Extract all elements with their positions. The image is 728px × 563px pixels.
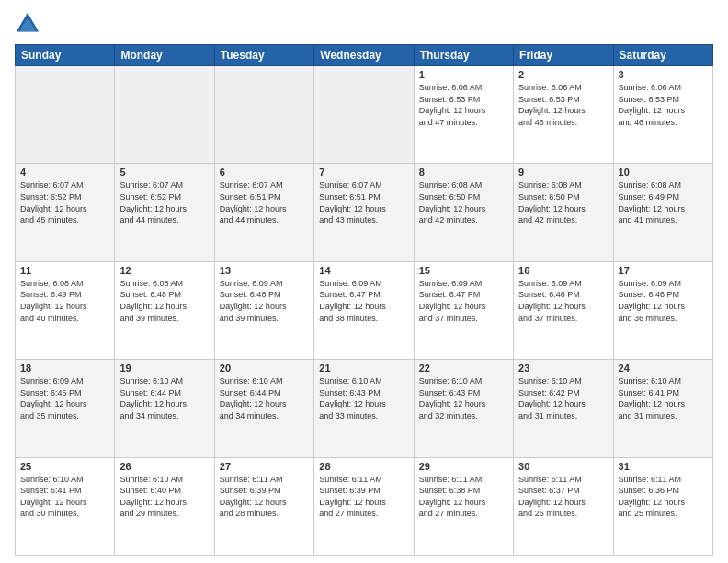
day-info: Sunrise: 6:07 AM Sunset: 6:52 PM Dayligh… (119, 179, 209, 225)
calendar-cell: 20Sunrise: 6:10 AM Sunset: 6:44 PM Dayli… (214, 360, 313, 457)
day-info: Sunrise: 6:09 AM Sunset: 6:47 PM Dayligh… (419, 278, 508, 324)
calendar-week-5: 25Sunrise: 6:10 AM Sunset: 6:41 PM Dayli… (16, 457, 713, 555)
day-info: Sunrise: 6:11 AM Sunset: 6:37 PM Dayligh… (518, 474, 608, 520)
day-info: Sunrise: 6:10 AM Sunset: 6:43 PM Dayligh… (319, 375, 408, 421)
day-number: 27 (220, 461, 309, 472)
calendar-cell: 19Sunrise: 6:10 AM Sunset: 6:44 PM Dayli… (115, 360, 214, 457)
day-info: Sunrise: 6:06 AM Sunset: 6:53 PM Dayligh… (619, 82, 708, 128)
day-info: Sunrise: 6:10 AM Sunset: 6:42 PM Dayligh… (518, 375, 608, 421)
calendar-cell: 4Sunrise: 6:07 AM Sunset: 6:52 PM Daylig… (16, 164, 115, 261)
header (15, 11, 713, 37)
calendar-cell: 1Sunrise: 6:06 AM Sunset: 6:53 PM Daylig… (414, 66, 513, 164)
day-number: 17 (619, 265, 708, 276)
day-number: 25 (20, 461, 109, 472)
calendar-cell (214, 66, 313, 164)
logo (15, 11, 44, 37)
calendar-cell: 2Sunrise: 6:06 AM Sunset: 6:53 PM Daylig… (514, 66, 613, 164)
day-info: Sunrise: 6:10 AM Sunset: 6:43 PM Dayligh… (419, 375, 508, 421)
calendar-cell: 25Sunrise: 6:10 AM Sunset: 6:41 PM Dayli… (16, 457, 115, 555)
day-number: 22 (419, 362, 508, 373)
day-number: 20 (220, 362, 309, 373)
calendar-cell: 17Sunrise: 6:09 AM Sunset: 6:46 PM Dayli… (613, 261, 712, 359)
calendar-week-3: 11Sunrise: 6:08 AM Sunset: 6:49 PM Dayli… (16, 261, 713, 359)
day-info: Sunrise: 6:11 AM Sunset: 6:38 PM Dayligh… (419, 474, 508, 520)
day-number: 2 (518, 69, 608, 80)
day-info: Sunrise: 6:10 AM Sunset: 6:41 PM Dayligh… (619, 375, 708, 421)
day-number: 5 (119, 167, 209, 178)
calendar-cell (115, 66, 214, 164)
day-number: 18 (20, 362, 109, 373)
day-info: Sunrise: 6:06 AM Sunset: 6:53 PM Dayligh… (518, 82, 608, 128)
day-number: 19 (119, 362, 209, 373)
day-info: Sunrise: 6:10 AM Sunset: 6:44 PM Dayligh… (119, 375, 209, 421)
calendar-cell: 14Sunrise: 6:09 AM Sunset: 6:47 PM Dayli… (314, 261, 414, 359)
day-number: 9 (518, 167, 608, 178)
calendar-cell: 12Sunrise: 6:08 AM Sunset: 6:48 PM Dayli… (115, 261, 214, 359)
day-info: Sunrise: 6:07 AM Sunset: 6:51 PM Dayligh… (220, 179, 309, 225)
day-number: 6 (220, 167, 309, 178)
day-info: Sunrise: 6:07 AM Sunset: 6:51 PM Dayligh… (319, 179, 408, 225)
day-info: Sunrise: 6:09 AM Sunset: 6:48 PM Dayligh… (220, 278, 309, 324)
calendar-cell: 21Sunrise: 6:10 AM Sunset: 6:43 PM Dayli… (314, 360, 414, 457)
calendar-cell: 9Sunrise: 6:08 AM Sunset: 6:50 PM Daylig… (514, 164, 613, 261)
day-number: 8 (419, 167, 508, 178)
calendar-cell: 27Sunrise: 6:11 AM Sunset: 6:39 PM Dayli… (214, 457, 313, 555)
calendar-cell (16, 66, 115, 164)
day-info: Sunrise: 6:08 AM Sunset: 6:49 PM Dayligh… (619, 179, 708, 225)
day-number: 4 (20, 167, 109, 178)
day-info: Sunrise: 6:08 AM Sunset: 6:49 PM Dayligh… (20, 278, 109, 324)
day-number: 21 (319, 362, 408, 373)
day-info: Sunrise: 6:07 AM Sunset: 6:52 PM Dayligh… (20, 179, 109, 225)
calendar-cell: 11Sunrise: 6:08 AM Sunset: 6:49 PM Dayli… (16, 261, 115, 359)
day-info: Sunrise: 6:09 AM Sunset: 6:46 PM Dayligh… (619, 278, 708, 324)
day-number: 24 (619, 362, 708, 373)
calendar-cell: 26Sunrise: 6:10 AM Sunset: 6:40 PM Dayli… (115, 457, 214, 555)
calendar-cell (314, 66, 414, 164)
day-info: Sunrise: 6:08 AM Sunset: 6:48 PM Dayligh… (119, 278, 209, 324)
day-number: 7 (319, 167, 408, 178)
calendar-header-wednesday: Wednesday (314, 45, 414, 66)
day-info: Sunrise: 6:11 AM Sunset: 6:36 PM Dayligh… (619, 474, 708, 520)
calendar-header-row: SundayMondayTuesdayWednesdayThursdayFrid… (16, 45, 713, 66)
day-number: 11 (20, 265, 109, 276)
calendar-cell: 22Sunrise: 6:10 AM Sunset: 6:43 PM Dayli… (414, 360, 513, 457)
calendar-cell: 24Sunrise: 6:10 AM Sunset: 6:41 PM Dayli… (613, 360, 712, 457)
day-number: 15 (419, 265, 508, 276)
day-number: 28 (319, 461, 408, 472)
day-number: 26 (119, 461, 209, 472)
calendar-week-4: 18Sunrise: 6:09 AM Sunset: 6:45 PM Dayli… (16, 360, 713, 457)
day-info: Sunrise: 6:08 AM Sunset: 6:50 PM Dayligh… (518, 179, 608, 225)
calendar-week-1: 1Sunrise: 6:06 AM Sunset: 6:53 PM Daylig… (16, 66, 713, 164)
calendar-cell: 13Sunrise: 6:09 AM Sunset: 6:48 PM Dayli… (214, 261, 313, 359)
calendar-cell: 5Sunrise: 6:07 AM Sunset: 6:52 PM Daylig… (115, 164, 214, 261)
day-number: 10 (619, 167, 708, 178)
calendar-cell: 8Sunrise: 6:08 AM Sunset: 6:50 PM Daylig… (414, 164, 513, 261)
day-number: 30 (518, 461, 608, 472)
calendar-cell: 10Sunrise: 6:08 AM Sunset: 6:49 PM Dayli… (613, 164, 712, 261)
calendar-cell: 15Sunrise: 6:09 AM Sunset: 6:47 PM Dayli… (414, 261, 513, 359)
calendar-header-saturday: Saturday (613, 45, 712, 66)
calendar-cell: 29Sunrise: 6:11 AM Sunset: 6:38 PM Dayli… (414, 457, 513, 555)
calendar-cell: 23Sunrise: 6:10 AM Sunset: 6:42 PM Dayli… (514, 360, 613, 457)
day-number: 1 (419, 69, 508, 80)
day-number: 29 (419, 461, 508, 472)
calendar-cell: 6Sunrise: 6:07 AM Sunset: 6:51 PM Daylig… (214, 164, 313, 261)
calendar-week-2: 4Sunrise: 6:07 AM Sunset: 6:52 PM Daylig… (16, 164, 713, 261)
day-number: 12 (119, 265, 209, 276)
page: SundayMondayTuesdayWednesdayThursdayFrid… (0, 0, 728, 563)
day-info: Sunrise: 6:08 AM Sunset: 6:50 PM Dayligh… (419, 179, 508, 225)
calendar-cell: 16Sunrise: 6:09 AM Sunset: 6:46 PM Dayli… (514, 261, 613, 359)
day-info: Sunrise: 6:10 AM Sunset: 6:41 PM Dayligh… (20, 474, 109, 520)
calendar-header-sunday: Sunday (16, 45, 115, 66)
day-info: Sunrise: 6:09 AM Sunset: 6:46 PM Dayligh… (518, 278, 608, 324)
day-number: 23 (518, 362, 608, 373)
calendar-cell: 31Sunrise: 6:11 AM Sunset: 6:36 PM Dayli… (613, 457, 712, 555)
calendar-cell: 7Sunrise: 6:07 AM Sunset: 6:51 PM Daylig… (314, 164, 414, 261)
calendar-header-friday: Friday (514, 45, 613, 66)
day-number: 13 (220, 265, 309, 276)
day-number: 14 (319, 265, 408, 276)
calendar-cell: 18Sunrise: 6:09 AM Sunset: 6:45 PM Dayli… (16, 360, 115, 457)
day-info: Sunrise: 6:11 AM Sunset: 6:39 PM Dayligh… (220, 474, 309, 520)
day-info: Sunrise: 6:10 AM Sunset: 6:40 PM Dayligh… (119, 474, 209, 520)
calendar-cell: 30Sunrise: 6:11 AM Sunset: 6:37 PM Dayli… (514, 457, 613, 555)
